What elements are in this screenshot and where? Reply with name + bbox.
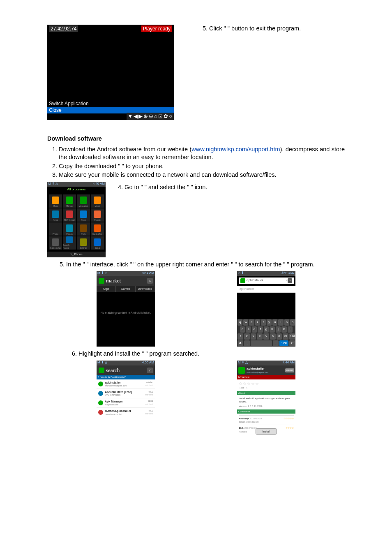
screenshot-keyboard-search: △ ⬇上午 1:37 apkinstaller × ⌕ apkinstaller… bbox=[237, 271, 295, 347]
search-icon: ⌕ bbox=[147, 278, 153, 284]
screenshot-all-programs: M ⬇ △4:40 AM All programs Maps Market Me… bbox=[47, 182, 106, 257]
section-heading: Download software bbox=[47, 135, 345, 143]
screenshot-app-detail: M ⬇ △4:44 AM apkInstaller android-wallpa… bbox=[237, 361, 295, 436]
steps-list: Download the Android software from our w… bbox=[47, 146, 345, 179]
support-link[interactable]: www.nightowlsp.com/support.htm bbox=[191, 146, 280, 153]
step-3: Make sure your mobile is connected to a … bbox=[59, 171, 345, 179]
dock-icon-strip: ▼◀▶⊕⊖⌂⊡✿○ bbox=[127, 113, 174, 120]
search-icon: ⌕ bbox=[147, 368, 153, 373]
screenshot-search-results: M ⬇ △4:50 AM search ⌕ 4 results for "apk… bbox=[97, 361, 155, 436]
result-row: Apk ManagerMagma MobileFREE☆☆☆☆☆ bbox=[97, 398, 155, 408]
install-button: Install bbox=[256, 428, 277, 435]
market-icon bbox=[99, 278, 104, 284]
step-2: Copy the downloaded " " to your phone. bbox=[59, 162, 345, 171]
result-row: apkInstallerandroid-wallpapers.comInstal… bbox=[97, 379, 155, 389]
result-row: Android Mate (Free)MTM HZSTUDIOFREE☆☆☆☆☆ bbox=[97, 389, 155, 398]
result-row: tAttachApkInstallertaosoftware co.,ltdFR… bbox=[97, 408, 155, 417]
menu-switch-app: Switch Application bbox=[47, 100, 174, 107]
screenshot-market: M ⬇ △4:41 AM market ⌕ Apps Games Downloa… bbox=[97, 271, 155, 347]
step-5-text: 5. In the " " interface, click " " on th… bbox=[60, 261, 345, 269]
player-status: Player ready bbox=[141, 25, 172, 32]
market-icon bbox=[99, 368, 104, 373]
ip-address: 27.42.92.74 bbox=[49, 25, 78, 32]
device-screenshot: 27.42.92.74 Player ready Switch Applicat… bbox=[47, 25, 174, 120]
step-6-text: 6. Highlight and install the " " program… bbox=[72, 350, 345, 358]
step-1: Download the Android software from our w… bbox=[59, 146, 345, 162]
app-icon bbox=[238, 367, 245, 374]
step-4-text: 4. Go to " " and select the " " icon. bbox=[118, 182, 207, 257]
step-5-exit-text: 5. Click " " button to exit the program. bbox=[203, 25, 301, 120]
search-icon: ⌕ bbox=[288, 278, 292, 283]
rating-stars: ☆☆☆☆☆Rate it! bbox=[237, 379, 295, 391]
